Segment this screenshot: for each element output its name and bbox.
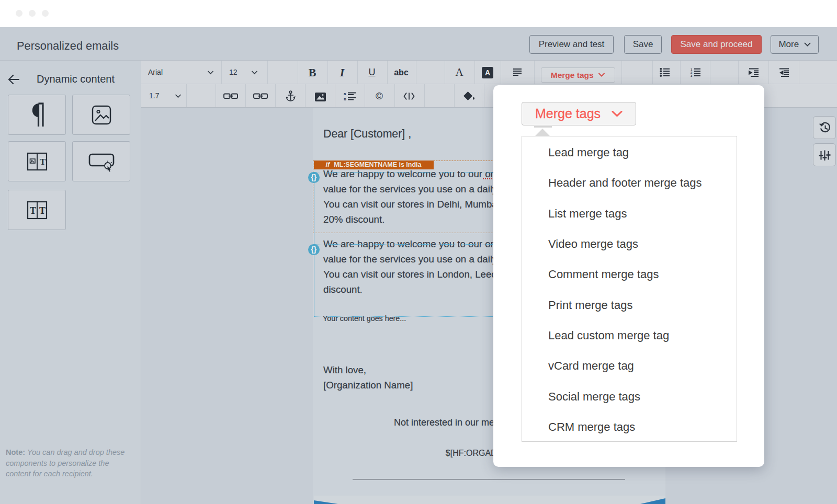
svg-text:3: 3 — [691, 74, 693, 77]
svg-text:T: T — [39, 205, 46, 216]
svg-text:T: T — [40, 157, 46, 167]
svg-text:b: b — [344, 97, 346, 101]
svg-text:a: a — [344, 91, 346, 96]
svg-text:T: T — [30, 205, 36, 216]
